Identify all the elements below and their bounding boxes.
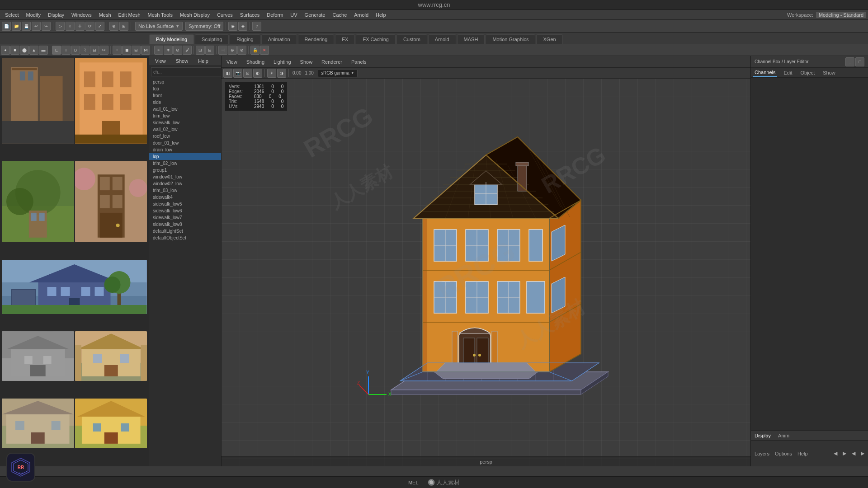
outliner-help[interactable]: Help	[195, 57, 212, 65]
lasso-btn[interactable]: ○	[66, 22, 75, 31]
tab-motion-graphics[interactable]: Motion Graphics	[486, 34, 535, 44]
outliner-item-sidewalk7[interactable]: sidewalk_low7	[149, 214, 221, 221]
outliner-item-sidewalk[interactable]: sidewalk_low	[149, 119, 221, 126]
outliner-item-defaultlightset[interactable]: defaultLightSet	[149, 228, 221, 235]
menu-display[interactable]: Display	[45, 11, 67, 19]
thumb-7[interactable]: 素材	[75, 331, 147, 381]
menu-generate[interactable]: Generate	[302, 11, 329, 19]
outliner-item-top[interactable]: top	[149, 85, 221, 92]
rb-tab-display[interactable]: Display	[753, 432, 773, 439]
rb-next2-btn[interactable]: ▶	[861, 450, 864, 456]
outliner-item-trim[interactable]: trim_low	[149, 113, 221, 119]
cb-tab-show[interactable]: Show	[821, 69, 837, 76]
tab-arnold[interactable]: Arnold	[428, 34, 456, 44]
show-menu[interactable]: Show	[298, 58, 315, 66]
scale-btn[interactable]: ⤢	[95, 22, 104, 31]
shading-menu[interactable]: Shading	[244, 58, 267, 66]
rb-layers[interactable]: Layers	[755, 451, 769, 456]
rb-prev2-btn[interactable]: ◀	[852, 450, 855, 456]
boolean-btn[interactable]: ⊕	[228, 46, 237, 55]
menu-select[interactable]: Select	[2, 11, 22, 19]
select-btn[interactable]: ▷	[56, 22, 65, 31]
outliner-item-defaultobjectset[interactable]: defaultObjectSet	[149, 235, 221, 241]
tab-mash[interactable]: MASH	[457, 34, 485, 44]
thumb-9[interactable]: 素材	[75, 399, 147, 448]
thumb-6[interactable]: 素材	[2, 331, 74, 381]
viewport-canvas[interactable]: RRCG RRCG RRCG 人人素材 人人素材 Verts: 1361 0 0…	[222, 79, 750, 466]
outliner-search-input[interactable]	[151, 67, 222, 76]
cb-tab-object[interactable]: Object	[798, 69, 816, 76]
menu-windows[interactable]: Windows	[68, 11, 95, 19]
menu-modify[interactable]: Modify	[23, 11, 44, 19]
cube-btn[interactable]: ■	[10, 46, 19, 55]
uv-unfold-btn[interactable]: ⊡	[196, 46, 205, 55]
outliner-item-trim02[interactable]: trim_02_low	[149, 160, 221, 167]
outliner-item-group1[interactable]: group1	[149, 167, 221, 174]
cylinder-btn[interactable]: ⬤	[20, 46, 29, 55]
vp-cam-btn[interactable]: 📷	[233, 69, 242, 78]
outliner-item-persp[interactable]: persp	[149, 79, 221, 85]
renderer-menu[interactable]: Renderer	[319, 58, 344, 66]
redo-btn[interactable]: ↪	[42, 22, 51, 31]
menu-uv[interactable]: UV	[287, 11, 300, 19]
rb-help[interactable]: Help	[797, 451, 808, 456]
outliner-item-sidewalk4[interactable]: sidewalk4	[149, 194, 221, 201]
tab-poly-modeling[interactable]: Poly Modeling	[149, 34, 194, 44]
target-weld-btn[interactable]: ⊙	[173, 46, 182, 55]
merge-btn[interactable]: ⊞	[132, 46, 141, 55]
lighting-menu[interactable]: Lighting	[271, 58, 293, 66]
vp-shade-btn[interactable]: ◐	[253, 69, 262, 78]
new-scene-btn[interactable]: 📄	[2, 22, 11, 31]
sculpt-btn[interactable]: 🖊	[183, 46, 192, 55]
menu-mesh-tools[interactable]: Mesh Tools	[145, 11, 176, 19]
fill-btn[interactable]: ◼	[122, 46, 131, 55]
symmetry-btn[interactable]: Symmetry: Off	[185, 22, 223, 31]
vp-light-btn[interactable]: ☀	[267, 69, 276, 78]
cb-tab-channels[interactable]: Channels	[753, 69, 777, 77]
loop-cut-btn[interactable]: ⊟	[90, 46, 99, 55]
rb-options[interactable]: Options	[775, 451, 792, 456]
outliner-item-door01[interactable]: door_01_low	[149, 140, 221, 146]
thumb-2[interactable]: 素材	[75, 58, 147, 144]
outliner-item-roof[interactable]: roof_low	[149, 133, 221, 140]
menu-curves[interactable]: Curves	[214, 11, 236, 19]
thumb-3[interactable]: 人人素材	[2, 161, 74, 242]
outliner-item-window01[interactable]: window01_low	[149, 174, 221, 180]
outliner-item-side[interactable]: side	[149, 99, 221, 106]
vp-wire-btn[interactable]: ⊡	[243, 69, 252, 78]
no-live-surface-btn[interactable]: No Live Surface ▼	[135, 22, 183, 31]
combine-btn[interactable]: ⊗	[237, 46, 246, 55]
rb-next-btn[interactable]: ▶	[843, 450, 846, 456]
open-btn[interactable]: 📁	[12, 22, 21, 31]
bridge-btn[interactable]: ⌇	[80, 46, 90, 55]
outliner-show[interactable]: Show	[173, 57, 192, 65]
outliner-item-window02[interactable]: window02_low	[149, 180, 221, 187]
mirror-btn[interactable]: ⊣	[218, 46, 227, 55]
menu-deform[interactable]: Deform	[264, 11, 286, 19]
menu-surfaces[interactable]: Surfaces	[237, 11, 263, 19]
tab-rigging[interactable]: Rigging	[230, 34, 260, 44]
gamma-selector[interactable]: sRGB gamma ▼	[318, 69, 358, 77]
outliner-item-sidewalk8[interactable]: sidewalk_low8	[149, 221, 221, 228]
uv-layout-btn[interactable]: ⊟	[205, 46, 214, 55]
outliner-item-wall02[interactable]: wall_02_low	[149, 126, 221, 133]
crease-btn[interactable]: ≋	[164, 46, 173, 55]
vp-shadow-btn[interactable]: ◑	[277, 69, 286, 78]
rb-tab-anim[interactable]: Anim	[776, 432, 791, 439]
rotate-btn[interactable]: ⟳	[85, 22, 94, 31]
move-btn[interactable]: ✛	[75, 22, 85, 31]
tab-fx[interactable]: FX	[335, 34, 355, 44]
outliner-item-sidewalk6[interactable]: sidewalk_low6	[149, 207, 221, 214]
save-btn[interactable]: 💾	[22, 22, 31, 31]
outliner-item-sidewalk5[interactable]: sidewalk_low5	[149, 201, 221, 207]
weld-btn[interactable]: ⋈	[141, 46, 150, 55]
ipr-btn[interactable]: ◈	[238, 22, 247, 31]
tab-xgen[interactable]: XGen	[536, 34, 562, 44]
thumb-1[interactable]: 人人素材	[2, 58, 74, 144]
thumb-5[interactable]: 人人素材	[2, 260, 147, 314]
append-btn[interactable]: +	[113, 46, 122, 55]
tab-rendering[interactable]: Rendering	[298, 34, 335, 44]
panels-menu[interactable]: Panels	[349, 58, 369, 66]
snap-btn[interactable]: ⊕	[109, 22, 118, 31]
x-btn[interactable]: ✕	[260, 46, 269, 55]
